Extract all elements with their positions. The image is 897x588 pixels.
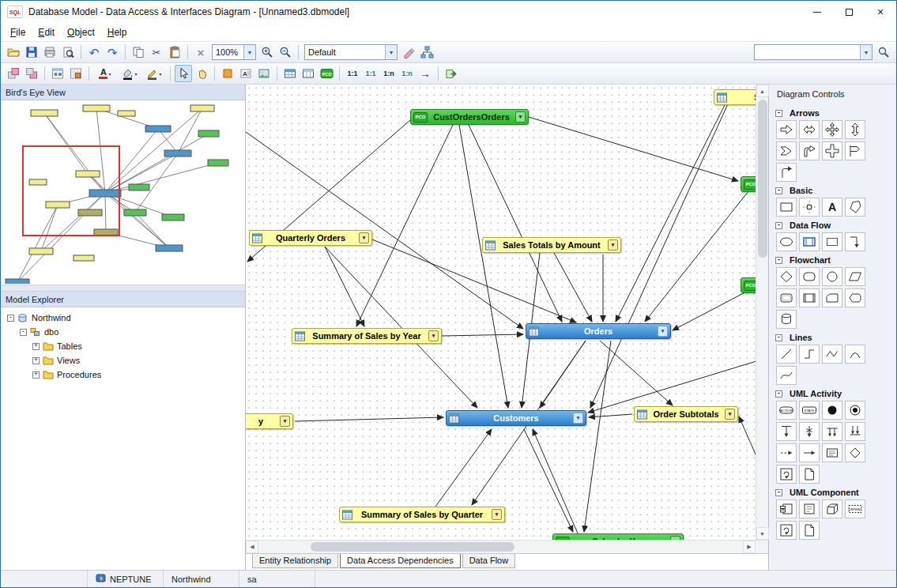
diagram-node-y[interactable]: y▾ xyxy=(246,413,293,429)
menu-object[interactable]: Object xyxy=(61,24,101,40)
shape-initial-node-icon[interactable] xyxy=(822,401,842,420)
shape-card-icon[interactable] xyxy=(822,288,842,307)
tree-item-procedures[interactable]: +Procedures xyxy=(1,368,245,382)
vertical-scrollbar[interactable]: ▲ ▼ xyxy=(756,85,768,540)
open-icon[interactable] xyxy=(5,43,22,61)
align-objects-icon[interactable] xyxy=(49,65,66,82)
insert-image-icon[interactable] xyxy=(255,65,273,82)
node-menu-button[interactable]: ▾ xyxy=(359,232,369,243)
shape-alt-process-icon[interactable] xyxy=(776,288,797,307)
menu-help[interactable]: Help xyxy=(101,24,134,40)
collapse-icon[interactable]: - xyxy=(7,315,14,322)
shape-solid-arrow-icon[interactable] xyxy=(799,443,820,462)
node-menu-button[interactable]: ▾ xyxy=(573,413,583,424)
minimize-button[interactable] xyxy=(801,1,833,23)
shape-parallelogram-icon[interactable] xyxy=(845,267,865,286)
shape-process-icon[interactable] xyxy=(799,288,820,307)
diagram-node-orders[interactable]: Orders▾ xyxy=(526,323,671,339)
shape-component-lines-icon[interactable] xyxy=(799,499,820,518)
diagram-node-custordersorders[interactable]: PCOCustOrdersOrders▾ xyxy=(410,109,529,125)
shape-action-pill-icon[interactable]: ACTION xyxy=(776,401,797,420)
style-combo[interactable]: Default▼ xyxy=(304,44,398,60)
tab-data-flow[interactable]: Data Flow xyxy=(462,554,516,568)
shape-state-pill-icon[interactable]: STATE xyxy=(799,401,820,420)
zoom-in-icon[interactable] xyxy=(258,43,276,61)
collapse-icon[interactable]: - xyxy=(20,329,27,336)
horizontal-scrollbar[interactable]: ◀ ▶ xyxy=(246,540,756,553)
shape-arrow-right-icon[interactable] xyxy=(776,120,797,139)
diagram-node-blank[interactable]: PCO▾ xyxy=(741,176,756,192)
tree-item-views[interactable]: +Views xyxy=(1,353,245,368)
horizontal-scroll-thumb[interactable] xyxy=(311,542,514,552)
new-view-icon[interactable] xyxy=(300,65,317,82)
shape-loop-b-icon[interactable] xyxy=(799,465,820,484)
pan-hand-icon[interactable] xyxy=(193,65,210,82)
collapse-icon[interactable]: - xyxy=(775,257,782,264)
search-combo[interactable]: ▼ xyxy=(754,44,873,60)
cut-icon[interactable]: ✂ xyxy=(148,43,165,61)
shape-arrow-left-right-icon[interactable] xyxy=(799,120,820,139)
shape-text-a-icon[interactable]: A xyxy=(822,198,842,217)
new-table-icon[interactable] xyxy=(281,65,299,82)
shape-arrow-up-down-icon[interactable] xyxy=(845,120,865,139)
chevron-down-icon[interactable]: ▼ xyxy=(860,45,872,59)
new-entity-icon[interactable] xyxy=(219,65,236,82)
bring-to-front-icon[interactable] xyxy=(5,65,22,82)
maximize-button[interactable] xyxy=(833,1,865,23)
diagram-node-sales-by-year[interactable]: PCOSales by Year▾ xyxy=(552,533,684,540)
shape-arrow-cross-icon[interactable] xyxy=(822,141,842,160)
redo-icon[interactable]: ↷ xyxy=(104,43,121,61)
shape-connector-circle-icon[interactable] xyxy=(822,267,842,286)
shape-process-rect-icon[interactable] xyxy=(799,232,820,251)
auto-layout-icon[interactable] xyxy=(418,43,435,61)
shape-component-icon[interactable] xyxy=(776,499,797,518)
collapse-icon[interactable]: - xyxy=(775,110,782,117)
shape-arrow-elbow-icon[interactable] xyxy=(776,163,797,182)
collapse-icon[interactable]: - xyxy=(775,334,782,341)
shape-arrow-corner-icon[interactable] xyxy=(799,141,820,160)
shape-arrow-pennant-icon[interactable] xyxy=(776,141,797,160)
node-menu-button[interactable]: ▾ xyxy=(280,416,290,427)
shape-final-node-icon[interactable] xyxy=(845,401,865,420)
shape-decision-diamond-icon[interactable] xyxy=(776,267,797,286)
scroll-up-button[interactable]: ▲ xyxy=(756,85,769,97)
shape-line-diagonal-icon[interactable] xyxy=(776,345,797,364)
shape-ellipse-icon[interactable] xyxy=(776,232,797,251)
shape-loop-c-icon[interactable] xyxy=(776,521,797,540)
shape-elbow-connector-icon[interactable] xyxy=(845,232,865,251)
collapse-icon[interactable]: - xyxy=(775,390,782,398)
expand-icon[interactable]: + xyxy=(32,343,40,350)
diagram-node-sales-totals-by-amount[interactable]: Sales Totals by Amount▾ xyxy=(482,237,621,253)
new-procedure-icon[interactable]: PCO xyxy=(318,65,335,82)
shape-display-icon[interactable] xyxy=(845,288,865,307)
shape-cylinder-icon[interactable] xyxy=(776,310,797,329)
shape-rectangle-plain-icon[interactable] xyxy=(822,232,842,251)
shape-line-curve-icon[interactable] xyxy=(776,366,797,385)
shape-arrow-bar-down-icon[interactable] xyxy=(776,422,797,441)
diagram-canvas[interactable]: PCOCustOrdersOrders▾S▾PCO▾Quarterly Orde… xyxy=(246,85,756,540)
font-color-icon[interactable]: A▾ xyxy=(93,65,117,82)
send-to-back-icon[interactable] xyxy=(23,65,40,82)
node-menu-button[interactable]: ▾ xyxy=(608,239,618,251)
select-cursor-icon[interactable] xyxy=(175,65,192,82)
shape-arrow-x-down-icon[interactable] xyxy=(799,422,820,441)
vertical-scroll-thumb[interactable] xyxy=(758,100,767,258)
fill-color-icon[interactable]: ▾ xyxy=(118,65,141,82)
diagram-node-summary-of-sales-by-quarter[interactable]: Summary of Sales by Quarter▾ xyxy=(339,507,505,522)
collapse-icon[interactable]: - xyxy=(775,489,782,496)
diagram-node-order-subtotals[interactable]: Order Subtotals▾ xyxy=(634,406,738,422)
tab-data-access-dependencies[interactable]: Data Access Dependencies xyxy=(340,554,461,568)
scroll-down-button[interactable]: ▼ xyxy=(756,527,769,540)
undo-icon[interactable]: ↶ xyxy=(85,43,103,61)
zoom-out-icon[interactable] xyxy=(277,43,294,61)
chevron-down-icon[interactable]: ▼ xyxy=(243,45,255,59)
node-menu-button[interactable]: ▾ xyxy=(515,111,526,122)
shape-page-icon[interactable] xyxy=(799,521,820,540)
panel-splitter[interactable] xyxy=(1,285,245,292)
relation-1-n-icon[interactable]: 1:n xyxy=(380,65,398,82)
collapse-icon[interactable]: - xyxy=(775,222,782,229)
diagram-node-customers[interactable]: Customers▾ xyxy=(446,410,586,426)
shape-join-bar-icon[interactable] xyxy=(845,422,865,441)
delete-icon[interactable]: × xyxy=(192,43,209,61)
expand-icon[interactable]: + xyxy=(32,357,40,364)
